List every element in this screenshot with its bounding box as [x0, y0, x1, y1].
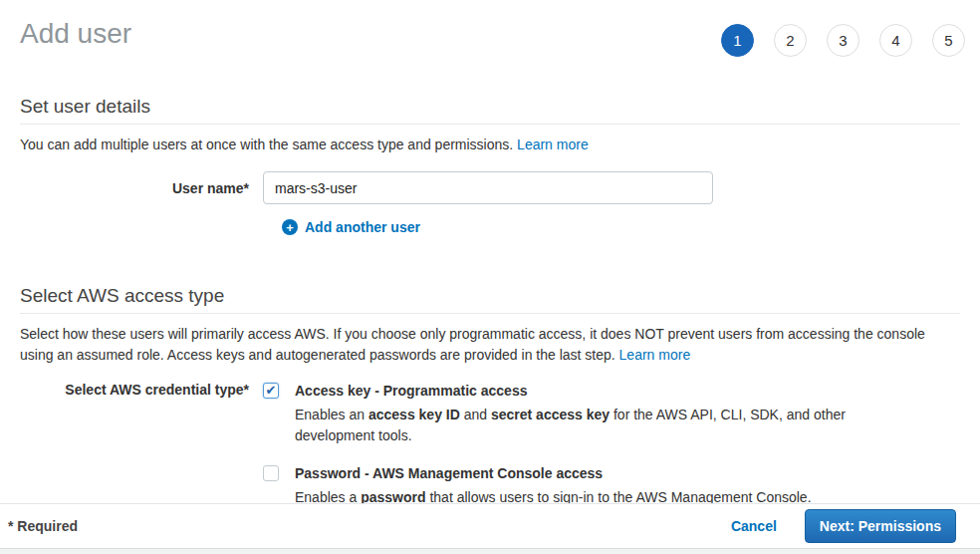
- required-note: * Required: [8, 518, 78, 534]
- step-5: 5: [932, 24, 965, 57]
- learn-more-link-user-details[interactable]: Learn more: [517, 137, 589, 152]
- desc-bold-text: access key ID: [368, 407, 460, 422]
- step-4: 4: [879, 24, 912, 57]
- credential-type-label: Select AWS credential type*: [20, 382, 249, 398]
- step-1-active: 1: [721, 24, 754, 57]
- set-user-details-section: Set user details You can add multiple us…: [20, 96, 960, 235]
- footer-actions: Cancel Next: Permissions: [731, 509, 956, 543]
- credential-options: ✔ Access key - Programmatic access Enabl…: [263, 382, 850, 508]
- desc-text: and: [460, 407, 491, 422]
- username-input[interactable]: [263, 171, 713, 204]
- step-2: 2: [774, 24, 807, 57]
- username-label: User name*: [20, 180, 249, 196]
- password-option-body: Password - AWS Management Console access…: [295, 464, 812, 508]
- set-user-details-heading: Set user details: [20, 96, 960, 125]
- page-bottom-strip: [0, 548, 980, 554]
- password-checkbox[interactable]: [263, 465, 279, 481]
- password-option-title: Password - AWS Management Console access: [295, 464, 812, 482]
- add-user-wizard-page: Add user 1 2 3 4 5 Set user details You …: [0, 0, 980, 554]
- access-key-option-description: Enables an access key ID and secret acce…: [295, 405, 850, 446]
- set-user-details-description: You can add multiple users at once with …: [20, 135, 960, 155]
- access-key-checkbox[interactable]: ✔: [263, 383, 279, 399]
- learn-more-link-access-type[interactable]: Learn more: [619, 347, 691, 363]
- page-title: Add user: [20, 16, 131, 52]
- add-another-user-link[interactable]: Add another user: [305, 219, 420, 235]
- add-another-user-button[interactable]: + Add another user: [282, 219, 960, 235]
- access-key-option: ✔ Access key - Programmatic access Enabl…: [263, 382, 850, 446]
- credential-type-row: Select AWS credential type* ✔ Access key…: [20, 382, 960, 508]
- description-text: You can add multiple users at once with …: [20, 137, 517, 152]
- password-option: Password - AWS Management Console access…: [263, 464, 850, 508]
- page-header: Add user 1 2 3 4 5: [0, 0, 980, 57]
- plus-circle-icon: +: [282, 219, 298, 235]
- description-text: Select how these users will primarily ac…: [20, 326, 925, 363]
- desc-bold-text: secret access key: [491, 407, 610, 422]
- wizard-footer: * Required Cancel Next: Permissions: [0, 503, 980, 548]
- desc-text: Enables an: [295, 407, 368, 422]
- cancel-button[interactable]: Cancel: [731, 518, 777, 534]
- select-access-type-description: Select how these users will primarily ac…: [20, 324, 960, 366]
- select-access-type-heading: Select AWS access type: [20, 285, 960, 314]
- checkmark-icon: ✔: [266, 384, 277, 397]
- access-key-option-title: Access key - Programmatic access: [295, 382, 850, 400]
- step-3: 3: [827, 24, 859, 57]
- username-row: User name*: [20, 171, 960, 204]
- access-key-option-body: Access key - Programmatic access Enables…: [295, 382, 850, 446]
- select-access-type-section: Select AWS access type Select how these …: [20, 285, 960, 508]
- next-permissions-button[interactable]: Next: Permissions: [805, 509, 956, 543]
- wizard-step-indicator: 1 2 3 4 5: [721, 24, 965, 57]
